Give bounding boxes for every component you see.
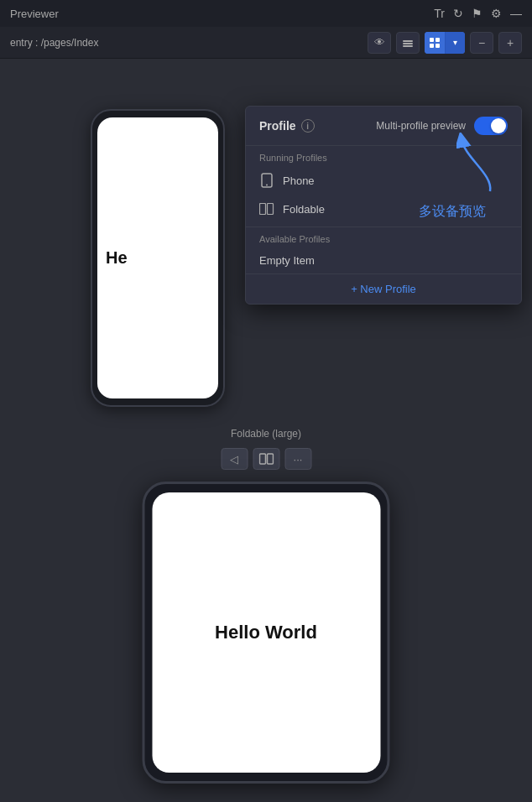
toolbar-right: 👁 ▾ − + <box>368 32 522 54</box>
layers-icon-btn[interactable] <box>396 32 420 54</box>
phone-device-icon <box>259 173 274 188</box>
breadcrumb: entry : /pages/Index <box>10 37 98 49</box>
new-profile-button[interactable]: + New Profile <box>246 273 521 304</box>
refresh-icon[interactable]: ↻ <box>453 7 463 20</box>
foldable-label: Foldable (large) <box>231 428 301 440</box>
svg-rect-1 <box>403 43 413 44</box>
svg-point-10 <box>266 185 268 186</box>
foldable-controls: ◁ ··· <box>221 448 311 470</box>
empty-item-label: Empty Item <box>259 254 315 267</box>
toolbar: entry : /pages/Index 👁 ▾ − + <box>0 27 532 59</box>
grid-layout-btn[interactable] <box>425 32 445 54</box>
titlebar: Previewer Tr ↻ ⚑ ⚙ — <box>0 0 532 27</box>
phone-hello-text: He <box>97 248 128 268</box>
chinese-annotation: 多设备预览 <box>419 203 486 221</box>
phone-device: He <box>91 109 225 407</box>
profile-header-left: Profile i <box>259 119 315 133</box>
available-profiles-label: Available Profiles <box>246 227 521 247</box>
zoom-in-btn[interactable]: + <box>498 32 522 54</box>
layout-dropdown-btn[interactable]: ▾ <box>445 32 465 54</box>
more-btn[interactable]: ··· <box>284 448 311 470</box>
foldable-section: Foldable (large) ◁ ··· Hello World <box>143 428 390 784</box>
eye-icon-btn[interactable]: 👁 <box>368 32 391 54</box>
main-content: He Foldable (large) ◁ ··· Hello World Pr… <box>0 59 532 802</box>
svg-rect-8 <box>267 454 273 464</box>
arrow-annotation <box>456 133 497 203</box>
multi-profile-label: Multi-profile preview <box>376 120 466 132</box>
svg-rect-3 <box>430 38 434 42</box>
svg-rect-7 <box>259 454 265 464</box>
empty-item-profile-item[interactable]: Empty Item <box>246 247 521 273</box>
font-icon[interactable]: Tr <box>434 7 445 20</box>
svg-rect-6 <box>436 44 440 48</box>
svg-rect-4 <box>436 38 440 42</box>
foldable-hello-text: Hello World <box>215 622 317 643</box>
minimize-icon[interactable]: — <box>510 7 522 20</box>
settings-icon[interactable]: ⚙ <box>491 7 502 20</box>
titlebar-icons: Tr ↻ ⚑ ⚙ — <box>434 7 522 20</box>
foldable-device-icon <box>259 201 274 216</box>
phone-profile-label: Phone <box>283 174 315 187</box>
rotate-btn[interactable]: ◁ <box>221 448 248 470</box>
foldable-profile-label: Foldable <box>283 203 325 216</box>
zoom-out-btn[interactable]: − <box>470 32 493 54</box>
foldable-shell: Hello World <box>143 482 390 784</box>
profile-label: Profile <box>259 119 296 133</box>
info-icon[interactable]: i <box>301 119 315 133</box>
svg-rect-0 <box>403 40 413 42</box>
svg-rect-12 <box>268 204 274 215</box>
svg-rect-2 <box>403 45 413 47</box>
svg-rect-11 <box>260 204 266 215</box>
app-title: Previewer <box>10 8 59 20</box>
fold-btn[interactable] <box>253 448 279 470</box>
phone-screen: He <box>97 117 218 398</box>
flag-icon[interactable]: ⚑ <box>472 7 482 20</box>
toggle-knob <box>491 118 506 133</box>
svg-rect-5 <box>430 44 434 48</box>
foldable-screen: Hello World <box>152 492 380 773</box>
available-profiles-section: Available Profiles Empty Item <box>246 227 521 273</box>
layout-btn-group: ▾ <box>425 32 465 54</box>
